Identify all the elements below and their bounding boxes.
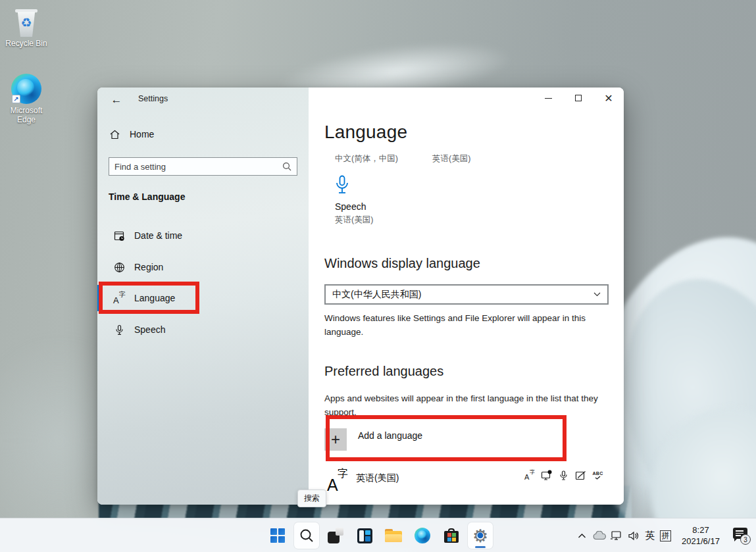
add-language-label: Add a language xyxy=(358,430,422,441)
desktop: ♻ Recycle Bin ↗ Microsoft Edge ← Setting… xyxy=(0,0,756,552)
gear-icon: ⚙ xyxy=(471,526,490,545)
store-icon xyxy=(444,528,459,543)
task-view-button[interactable] xyxy=(323,522,348,549)
home-icon xyxy=(109,128,120,140)
close-button[interactable]: ✕ xyxy=(593,88,624,109)
app-language-caption: 英语(美国) xyxy=(432,153,470,164)
display-language-caption: 中文(简体，中国) xyxy=(335,153,398,164)
language-feature-icons: A字 xyxy=(524,470,603,481)
clock-time: 8:27 xyxy=(692,525,709,535)
window-title: Settings xyxy=(138,94,168,103)
sidebar-item-region[interactable]: Region xyxy=(97,254,309,280)
network-icon[interactable] xyxy=(609,528,623,543)
volume-icon[interactable] xyxy=(626,528,640,543)
notification-center-button[interactable]: 3 xyxy=(732,528,749,543)
date-time-icon xyxy=(113,230,125,241)
search-icon xyxy=(282,162,291,171)
onedrive-cloud-icon[interactable] xyxy=(592,528,606,543)
file-explorer-button[interactable] xyxy=(381,522,406,549)
handwriting-feature-icon xyxy=(575,470,586,481)
search-icon xyxy=(299,528,314,543)
add-language-button[interactable]: + Add a language xyxy=(324,426,422,453)
search-setting-input[interactable]: Find a setting xyxy=(109,157,297,176)
taskbar: ⚙ xyxy=(0,518,756,552)
maximize-button[interactable] xyxy=(563,88,593,109)
microphone-icon xyxy=(113,324,125,336)
edge-icon xyxy=(415,528,430,543)
region-globe-icon xyxy=(113,261,125,273)
desktop-icon-label: Microsoft Edge xyxy=(3,106,49,124)
language-list-item[interactable]: A字 英语(美国) A字 xyxy=(324,467,613,499)
sidebar-item-label: Date & time xyxy=(134,230,182,241)
recycle-bin-icon: ♻ xyxy=(14,9,38,37)
search-button[interactable] xyxy=(294,522,319,549)
sidebar-item-label: Home xyxy=(130,129,154,139)
plus-icon: + xyxy=(324,428,347,451)
settings-content: Language 中文(简体，中国) 英语(美国) Speech 英语(美国) … xyxy=(309,88,624,505)
widgets-button[interactable] xyxy=(352,522,377,549)
notification-count-badge: 3 xyxy=(740,534,751,545)
app-language-feature-icon xyxy=(541,470,552,481)
speech-status-tile[interactable]: Speech 英语(美国) xyxy=(335,175,373,226)
desktop-icon-recycle-bin[interactable]: ♻ Recycle Bin xyxy=(0,9,53,48)
ime-mode-indicator[interactable]: 拼 xyxy=(660,530,671,541)
widgets-icon xyxy=(357,528,372,543)
desktop-icon-microsoft-edge[interactable]: ↗ Microsoft Edge xyxy=(0,74,53,124)
search-placeholder: Find a setting xyxy=(114,162,282,172)
sidebar-item-label: Region xyxy=(134,262,163,272)
notification-icon-tail xyxy=(734,538,738,541)
sidebar-item-home[interactable]: Home xyxy=(109,126,154,143)
settings-window: ← Settings Home Find a setting Time xyxy=(97,88,624,505)
speech-mic-icon xyxy=(335,175,373,196)
file-explorer-icon xyxy=(385,529,402,542)
taskbar-center-icons: ⚙ xyxy=(265,518,493,552)
taskbar-clock[interactable]: 8:27 2021/6/17 xyxy=(678,524,723,547)
tray-chevron-up-icon[interactable] xyxy=(575,528,589,543)
language-icon: A字 xyxy=(113,292,125,304)
sidebar-item-label: Language xyxy=(134,293,175,303)
chevron-down-icon xyxy=(593,292,601,297)
settings-sidebar: ← Settings Home Find a setting Time xyxy=(97,88,309,505)
language-name: 英语(美国) xyxy=(356,472,399,484)
sidebar-section-title: Time & Language xyxy=(109,191,185,202)
display-language-dropdown[interactable]: 中文(中华人民共和国) xyxy=(324,284,609,305)
start-button[interactable] xyxy=(265,522,290,549)
search-tooltip: 搜索 xyxy=(297,489,326,507)
sidebar-item-speech[interactable]: Speech xyxy=(97,316,309,343)
back-button[interactable]: ← xyxy=(107,91,126,109)
speech-feature-icon xyxy=(558,470,569,481)
sidebar-item-language[interactable]: A字 Language xyxy=(97,285,309,311)
running-app-indicator xyxy=(475,546,486,548)
settings-button[interactable]: ⚙ xyxy=(468,522,493,549)
taskbar-tray: 英 拼 8:27 2021/6/17 3 xyxy=(575,518,749,552)
sidebar-item-label: Speech xyxy=(134,324,165,335)
task-view-icon xyxy=(328,528,343,543)
spellcheck-feature-icon: ABC xyxy=(592,470,603,481)
display-language-description: Windows features like Settings and File … xyxy=(324,311,609,339)
edge-button[interactable] xyxy=(410,522,435,549)
start-icon xyxy=(270,528,285,543)
sidebar-item-date-time[interactable]: Date & time xyxy=(97,222,309,249)
preferred-languages-heading: Preferred languages xyxy=(324,364,443,379)
language-characters-icon: A字 xyxy=(327,468,349,495)
speech-tile-value: 英语(美国) xyxy=(335,214,373,226)
desktop-icon-label: Recycle Bin xyxy=(0,39,53,48)
edge-icon: ↗ xyxy=(11,74,41,104)
shortcut-arrow-icon: ↗ xyxy=(12,95,20,103)
speech-tile-label: Speech xyxy=(335,201,373,212)
display-language-heading: Windows display language xyxy=(324,256,480,271)
clock-date: 2021/6/17 xyxy=(682,536,720,546)
display-language-feature-icon: A字 xyxy=(524,470,535,481)
page-title: Language xyxy=(324,122,407,143)
ime-language-indicator[interactable]: 英 xyxy=(643,530,657,542)
dropdown-selected-value: 中文(中华人民共和国) xyxy=(332,289,593,301)
store-button[interactable] xyxy=(439,522,464,549)
minimize-button[interactable] xyxy=(533,88,563,109)
preferred-languages-description: Apps and websites will appear in the fir… xyxy=(324,391,609,419)
